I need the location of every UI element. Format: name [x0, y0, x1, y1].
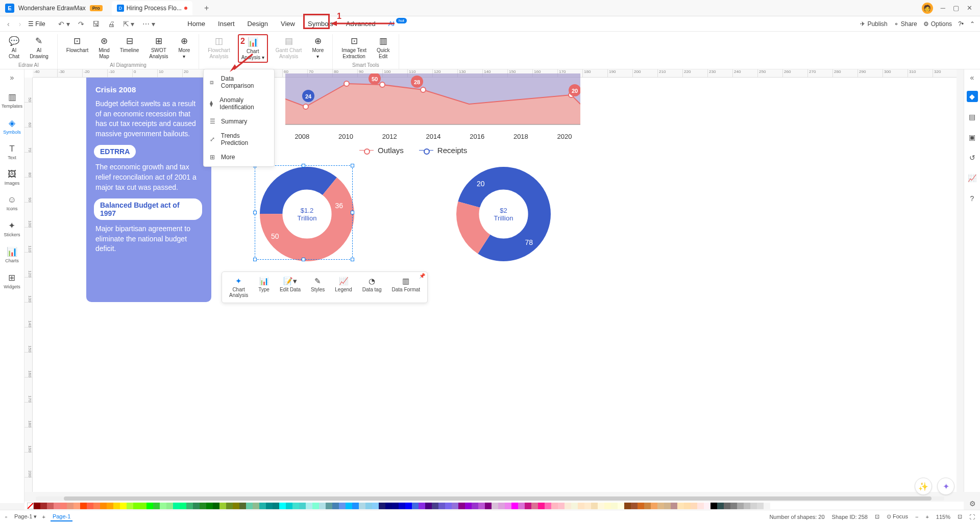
share-button[interactable]: ⚬ Share: [894, 20, 917, 28]
swot-button[interactable]: ⊞SWOTAnalysis: [146, 34, 170, 61]
color-swatch[interactable]: [438, 503, 445, 509]
color-swatch[interactable]: [584, 503, 591, 509]
float-chart-analysis[interactable]: ✦ChartAnalysis: [226, 275, 251, 300]
color-swatch[interactable]: [292, 503, 299, 509]
user-avatar[interactable]: 🧑: [922, 3, 933, 14]
color-swatch[interactable]: [492, 503, 498, 509]
color-swatch[interactable]: [651, 503, 657, 509]
color-swatch[interactable]: [332, 503, 339, 509]
color-swatch[interactable]: [598, 503, 604, 509]
fit-icon[interactable]: ⊡: [875, 513, 879, 520]
color-swatch[interactable]: [565, 503, 571, 509]
canvas[interactable]: Crisis 2008 Budget deficit swelts as a r…: [33, 78, 957, 492]
resize-handle-se[interactable]: [351, 258, 354, 261]
color-swatch[interactable]: [253, 503, 259, 509]
color-swatch[interactable]: [266, 503, 273, 509]
print-button[interactable]: 🖨: [106, 18, 116, 30]
color-swatch[interactable]: [186, 503, 193, 509]
color-swatch[interactable]: [173, 503, 180, 509]
right-sidebar-history[interactable]: ↺: [967, 152, 978, 163]
donut-chart-2[interactable]: $2Trillion 20 78: [456, 167, 551, 261]
color-swatch[interactable]: [346, 503, 352, 509]
help-button[interactable]: ?•: [958, 20, 964, 28]
add-tab-button[interactable]: +: [204, 4, 209, 13]
mindmap-button[interactable]: ⊛MindMap: [96, 34, 112, 61]
anomaly-identification-item[interactable]: ⧫Anomaly Identification: [204, 93, 274, 114]
color-swatch[interactable]: [724, 503, 730, 509]
color-swatch[interactable]: [764, 503, 770, 509]
resize-handle-n[interactable]: [302, 164, 305, 167]
color-swatch[interactable]: [166, 503, 173, 509]
color-swatch[interactable]: [425, 503, 432, 509]
color-swatch[interactable]: [511, 503, 518, 509]
right-sidebar-styles[interactable]: ◆: [967, 91, 978, 102]
sidebar-symbols[interactable]: ◈Symbols: [3, 116, 21, 136]
ai-chat-button[interactable]: 💬AIChat: [6, 34, 22, 61]
right-sidebar-help[interactable]: ?: [967, 193, 978, 204]
fab-magic[interactable]: ✦: [937, 478, 954, 495]
sidebar-stickers[interactable]: ✦Stickers: [4, 219, 20, 239]
options-button[interactable]: ⚙ Options: [923, 20, 952, 28]
selection-box[interactable]: [255, 165, 353, 260]
color-swatch[interactable]: [505, 503, 511, 509]
fab-ai[interactable]: ✨: [915, 478, 932, 495]
close-button[interactable]: ✕: [967, 4, 972, 12]
sidebar-images[interactable]: 🖼Images: [5, 168, 20, 187]
focus-button[interactable]: ⊙ Focus: [887, 513, 908, 520]
float-styles[interactable]: ✎Styles: [308, 275, 328, 300]
color-swatch[interactable]: [107, 503, 113, 509]
color-swatch[interactable]: [558, 503, 565, 509]
color-swatch[interactable]: [618, 503, 624, 509]
image-text-extraction-button[interactable]: ⊡Image TextExtraction: [339, 34, 369, 61]
page-tab-1[interactable]: Page-1: [51, 512, 72, 521]
color-swatch[interactable]: [452, 503, 458, 509]
fullscreen-icon[interactable]: ⛶: [969, 514, 975, 520]
color-swatch[interactable]: [34, 503, 40, 509]
color-swatch[interactable]: [213, 503, 219, 509]
color-swatch[interactable]: [259, 503, 266, 509]
color-swatch[interactable]: [432, 503, 438, 509]
data-comparison-item[interactable]: ⧈Data Comparison: [204, 71, 274, 93]
publish-button[interactable]: ✈ Publish: [860, 20, 887, 28]
maximize-button[interactable]: ▢: [953, 4, 959, 12]
timeline-button[interactable]: ⊟Timeline: [117, 34, 141, 61]
color-swatch[interactable]: [445, 503, 452, 509]
info-card[interactable]: Crisis 2008 Budget deficit swelts as a r…: [86, 78, 211, 302]
color-swatch[interactable]: [631, 503, 638, 509]
color-swatch[interactable]: [704, 503, 710, 509]
sidebar-icons[interactable]: ☺Icons: [7, 193, 18, 213]
color-swatch[interactable]: [412, 503, 419, 509]
line-chart[interactable]: 24 50 28 20: [285, 73, 580, 140]
color-swatch[interactable]: [319, 503, 326, 509]
float-data-tag[interactable]: ◔Data tag: [359, 275, 385, 300]
color-swatch[interactable]: [120, 503, 127, 509]
color-swatch[interactable]: [730, 503, 737, 509]
color-swatch[interactable]: [233, 503, 239, 509]
color-swatch[interactable]: [578, 503, 584, 509]
color-swatch[interactable]: [352, 503, 359, 509]
color-swatch[interactable]: [697, 503, 704, 509]
float-type[interactable]: 📊Type: [255, 275, 273, 300]
color-swatch[interactable]: [744, 503, 750, 509]
color-swatch[interactable]: [239, 503, 246, 509]
tab-insert[interactable]: Insert: [218, 18, 235, 30]
forward-button[interactable]: ›: [17, 19, 23, 29]
color-swatch[interactable]: [465, 503, 472, 509]
sidebar-templates[interactable]: ▥Templates: [2, 90, 22, 110]
color-swatch[interactable]: [392, 503, 399, 509]
color-swatch[interactable]: [478, 503, 485, 509]
color-swatch[interactable]: [326, 503, 332, 509]
color-swatch[interactable]: [60, 503, 67, 509]
resize-handle-w[interactable]: [253, 211, 257, 214]
color-swatch[interactable]: [591, 503, 598, 509]
color-swatch[interactable]: [379, 503, 385, 509]
color-swatch[interactable]: [545, 503, 551, 509]
color-swatch[interactable]: [644, 503, 651, 509]
color-swatch[interactable]: [684, 503, 691, 509]
tab-design[interactable]: Design: [248, 18, 268, 30]
minimize-button[interactable]: ─: [941, 4, 945, 12]
color-swatch[interactable]: [160, 503, 166, 509]
color-swatch[interactable]: [750, 503, 757, 509]
float-legend[interactable]: 📈Legend: [332, 275, 355, 300]
resize-handle-e[interactable]: [351, 211, 354, 214]
